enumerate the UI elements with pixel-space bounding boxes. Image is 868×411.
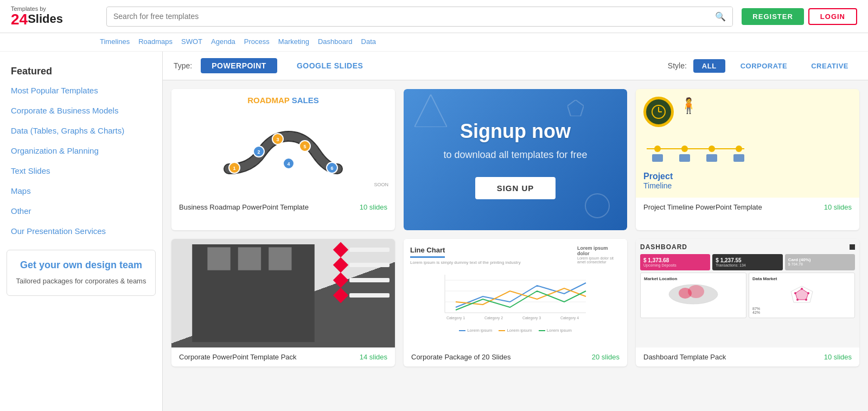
tag-process[interactable]: Process [242, 36, 272, 47]
search-button[interactable]: 🔍 [709, 7, 732, 26]
svg-point-41 [801, 288, 803, 290]
template-info-dashboard: Dashboard Template Pack 10 slides [636, 347, 859, 366]
template-title-timeline: Project Timeline PowerPoint Template [643, 203, 762, 211]
style-corporate[interactable]: CORPORATE [732, 59, 796, 73]
svg-point-45 [794, 292, 796, 294]
template-title-dashboard: Dashboard Template Pack [643, 353, 726, 361]
filter-style: Style: ALL CORPORATE CREATIVE [668, 59, 857, 73]
svg-text:Category 1: Category 1 [446, 316, 465, 320]
svg-marker-12 [414, 94, 447, 127]
sidebar-item-text[interactable]: Text Slides [0, 161, 162, 181]
sidebar-section-title: Featured [0, 60, 162, 80]
tag-data[interactable]: Data [359, 36, 378, 47]
type-powerpoint[interactable]: POWERPOINT [201, 58, 277, 73]
deco-circle-right [584, 192, 611, 219]
template-card-timeline[interactable]: 🧍 [636, 89, 859, 230]
svg-marker-14 [567, 100, 584, 116]
svg-text:4: 4 [287, 161, 290, 167]
template-title-roadmap: Business Roadmap PowerPoint Template [179, 203, 309, 211]
sidebar-item-data[interactable]: Data (Tables, Graphs & Charts) [0, 121, 162, 141]
template-info-linechart: Corporate Package of 20 Slides 20 slides [404, 347, 627, 366]
tag-timelines[interactable]: Timelines [98, 36, 132, 47]
sidebar-link-text[interactable]: Text Slides [0, 161, 162, 181]
svg-point-44 [796, 299, 799, 301]
roadmap-svg: 1 2 3 4 5 6 [218, 109, 348, 180]
svg-point-22 [736, 146, 742, 152]
template-slides-corporate: 14 slides [360, 353, 387, 361]
svg-point-19 [654, 146, 661, 152]
style-label: Style: [668, 61, 687, 70]
sidebar-item-maps[interactable]: Maps [0, 181, 162, 201]
deco-pentagon [567, 100, 584, 116]
template-card-dashboard[interactable]: DASHBOARD $ 1,373.68 Upcoming Deposits $… [636, 239, 859, 366]
svg-text:Category 3: Category 3 [522, 316, 541, 320]
template-thumb-roadmap: ROADMAP SALES 1 2 [171, 89, 395, 198]
svg-point-42 [807, 292, 809, 294]
sidebar-item-corporate-business[interactable]: Corporate & Business Models [0, 100, 162, 121]
login-button[interactable]: LOGIN [808, 8, 857, 25]
signup-button[interactable]: SIGN UP [475, 177, 556, 199]
template-title-linechart: Corporate Package of 20 Slides [411, 353, 511, 361]
template-thumb-dashboard: DASHBOARD $ 1,373.68 Upcoming Deposits $… [636, 239, 859, 347]
svg-point-43 [805, 299, 807, 301]
sidebar-link-corporate-business[interactable]: Corporate & Business Models [0, 100, 162, 121]
sidebar-link-organization[interactable]: Organization & Planning [0, 141, 162, 161]
template-slides-roadmap: 10 slides [360, 203, 387, 211]
style-all[interactable]: ALL [693, 59, 725, 73]
svg-text:5: 5 [303, 144, 306, 149]
register-button[interactable]: REGISTER [742, 8, 803, 25]
type-label: Type: [174, 61, 192, 70]
template-card-linechart[interactable]: Line Chart Lorem ipsum is simply dummy t… [404, 239, 627, 366]
svg-rect-26 [733, 154, 744, 162]
template-thumb-timeline: 🧍 [636, 89, 859, 198]
template-card-signup: Signup now to download all templates for… [404, 89, 627, 230]
sidebar-link-popular[interactable]: Most Popular Templates [0, 80, 162, 100]
promo-title: Get your own design team [16, 259, 146, 271]
logo-brand: 24Slides [11, 12, 63, 27]
svg-rect-24 [679, 154, 690, 162]
svg-rect-25 [706, 154, 717, 162]
template-card-corporate[interactable]: Corporate PowerPoint Template Pack 14 sl… [171, 239, 395, 366]
tag-roadmaps[interactable]: Roadmaps [136, 36, 175, 47]
svg-marker-40 [795, 289, 808, 300]
main-layout: Featured Most Popular Templates Corporat… [0, 52, 868, 411]
tag-marketing[interactable]: Marketing [276, 36, 311, 47]
style-creative[interactable]: CREATIVE [802, 59, 857, 73]
template-info-timeline: Project Timeline PowerPoint Template 10 … [636, 198, 859, 217]
sidebar-item-other[interactable]: Other [0, 201, 162, 221]
deco-triangle-left [414, 94, 447, 127]
content-area: Type: POWERPOINT GOOGLE SLIDES Style: AL… [163, 52, 868, 411]
logo: Templates by 24Slides [11, 5, 98, 27]
svg-text:1: 1 [233, 166, 235, 171]
signup-subtext: to download all templates for free [443, 149, 587, 161]
template-slides-timeline: 10 slides [824, 203, 852, 211]
template-slides-dashboard: 10 slides [824, 353, 852, 361]
sidebar: Featured Most Popular Templates Corporat… [0, 52, 163, 411]
template-thumb-linechart: Line Chart Lorem ipsum is simply dummy t… [404, 239, 627, 347]
template-title-corporate: Corporate PowerPoint Template Pack [179, 353, 297, 361]
tag-swot[interactable]: SWOT [179, 36, 205, 47]
svg-text:Category 4: Category 4 [560, 316, 579, 320]
header: Templates by 24Slides 🔍 REGISTER LOGIN [0, 0, 868, 33]
sidebar-link-other[interactable]: Other [0, 201, 162, 221]
header-actions: REGISTER LOGIN [742, 8, 857, 25]
tag-agenda[interactable]: Agenda [209, 36, 238, 47]
template-card-roadmap[interactable]: ROADMAP SALES 1 2 [171, 89, 395, 230]
sidebar-item-popular[interactable]: Most Popular Templates [0, 80, 162, 100]
sidebar-promo: Get your own design team Tailored packag… [7, 250, 156, 296]
tag-dashboard[interactable]: Dashboard [316, 36, 355, 47]
sidebar-link-services[interactable]: Our Presentation Services [0, 221, 162, 241]
svg-point-38 [688, 285, 704, 298]
sidebar-nav: Most Popular Templates Corporate & Busin… [0, 80, 162, 241]
sidebar-item-services[interactable]: Our Presentation Services [0, 221, 162, 241]
template-info-roadmap: Business Roadmap PowerPoint Template 10 … [171, 198, 395, 217]
sidebar-item-organization[interactable]: Organization & Planning [0, 141, 162, 161]
template-thumb-corporate [171, 239, 395, 347]
type-google-slides[interactable]: GOOGLE SLIDES [286, 58, 374, 73]
sidebar-link-data[interactable]: Data (Tables, Graphs & Charts) [0, 121, 162, 141]
sidebar-link-maps[interactable]: Maps [0, 181, 162, 201]
svg-text:Category 2: Category 2 [484, 316, 503, 320]
filter-type: Type: POWERPOINT GOOGLE SLIDES [174, 58, 374, 73]
search-input[interactable] [107, 8, 709, 25]
template-slides-linechart: 20 slides [592, 353, 620, 361]
